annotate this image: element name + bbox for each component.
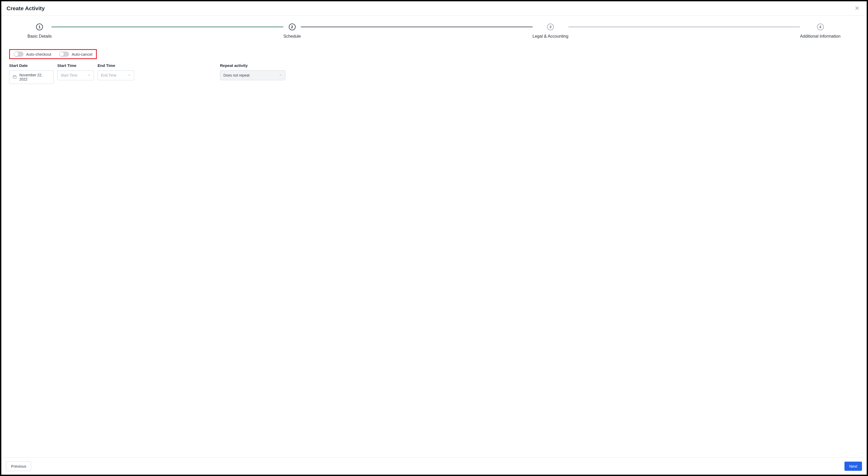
auto-cancel-label: Auto-cancel — [72, 52, 92, 57]
toggle-knob — [14, 52, 18, 56]
repeat-activity-label: Repeat activity — [220, 63, 285, 68]
start-time-placeholder: Start Time — [61, 73, 78, 77]
end-time-group: End Time End Time — [98, 63, 134, 80]
step-number: 1 — [36, 24, 43, 30]
svg-rect-0 — [13, 75, 16, 78]
auto-cancel-toggle-group: Auto-cancel — [59, 52, 92, 57]
dialog-footer: Previous Next — [1, 457, 867, 475]
dialog-header: Create Activity ✕ — [1, 1, 867, 16]
start-date-value: November 22, 2022 — [19, 73, 50, 81]
step-number: 4 — [817, 24, 824, 30]
start-date-group: Start Date November 22, 2022 — [9, 63, 54, 84]
step-label: Legal & Accounting — [533, 34, 568, 39]
start-time-select[interactable]: Start Time — [57, 70, 94, 80]
start-time-label: Start Time — [57, 63, 94, 68]
repeat-activity-group: Repeat activity Does not repeat — [220, 63, 285, 80]
step-additional-information[interactable]: 4 Additional Information — [800, 24, 840, 39]
step-connector — [301, 27, 533, 27]
next-button[interactable]: Next — [844, 462, 862, 471]
step-connector — [52, 27, 283, 27]
stepper: 1 Basic Details 2 Schedule 3 Legal & Acc… — [1, 16, 867, 44]
repeat-activity-select[interactable]: Does not repeat — [220, 70, 285, 80]
form-row: Start Date November 22, 2022 Start Time … — [9, 63, 859, 84]
start-date-label: Start Date — [9, 63, 54, 68]
toggle-knob — [60, 52, 64, 56]
auto-checkout-toggle-group: Auto-checkout — [13, 52, 51, 57]
step-number: 2 — [289, 24, 296, 30]
end-time-select[interactable]: End Time — [98, 70, 134, 80]
step-legal-accounting[interactable]: 3 Legal & Accounting — [533, 24, 568, 39]
start-time-group: Start Time Start Time — [57, 63, 94, 80]
toggles-highlight-box: Auto-checkout Auto-cancel — [9, 49, 97, 59]
step-schedule[interactable]: 2 Schedule — [283, 24, 301, 39]
chevron-down-icon — [87, 73, 91, 77]
dialog-title: Create Activity — [6, 5, 45, 11]
step-connector — [568, 27, 800, 27]
end-time-label: End Time — [98, 63, 134, 68]
step-label: Basic Details — [28, 34, 52, 39]
step-label: Additional Information — [800, 34, 840, 39]
step-label: Schedule — [283, 34, 301, 39]
chevron-down-icon — [128, 73, 131, 77]
calendar-icon — [12, 75, 17, 80]
close-icon: ✕ — [855, 5, 859, 11]
repeat-activity-value: Does not repeat — [223, 73, 250, 77]
close-button[interactable]: ✕ — [852, 5, 862, 12]
end-time-placeholder: End Time — [101, 73, 116, 77]
start-date-input[interactable]: November 22, 2022 — [9, 70, 54, 84]
auto-checkout-label: Auto-checkout — [26, 52, 51, 57]
step-number: 3 — [547, 24, 554, 30]
form-content: Auto-checkout Auto-cancel Start Date Nov… — [1, 44, 867, 457]
previous-button[interactable]: Previous — [6, 462, 31, 471]
chevron-down-icon — [279, 73, 282, 77]
auto-cancel-toggle[interactable] — [59, 52, 69, 57]
auto-checkout-toggle[interactable] — [13, 52, 24, 57]
step-basic-details[interactable]: 1 Basic Details — [28, 24, 52, 39]
